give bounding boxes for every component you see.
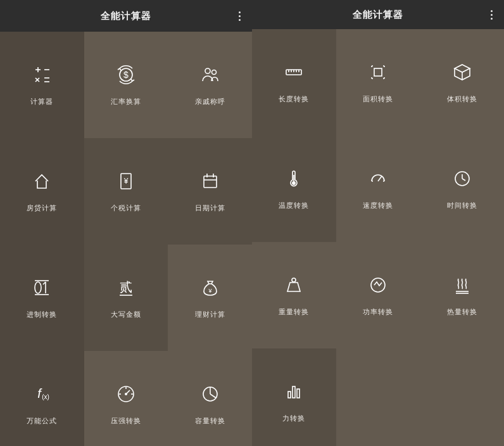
tile-speed[interactable]: 速度转换 — [336, 136, 420, 242]
tile-label: 力转换 — [282, 414, 305, 423]
tile-pressure[interactable]: 压强转换 — [84, 351, 168, 446]
currency-icon — [115, 64, 137, 86]
tile-relative[interactable]: 亲戚称呼 — [168, 32, 252, 138]
panel-right: 全能计算器 长度转换面积转换体积转换温度转换速度转换时间转换重量转换功率转换热量… — [252, 0, 504, 446]
moneybag-icon — [199, 277, 221, 298]
heat-icon — [451, 274, 473, 296]
empty-tile — [420, 348, 504, 446]
gauge-icon — [115, 383, 137, 405]
tile-label: 热量转换 — [447, 307, 477, 317]
tile-currency[interactable]: 汇率换算 — [84, 32, 168, 138]
tile-label: 速度转换 — [363, 201, 393, 210]
tile-label: 时间转换 — [447, 201, 477, 210]
tile-calculator[interactable]: 计算器 — [0, 32, 84, 138]
calc-icon — [31, 64, 53, 86]
ruler-icon — [283, 61, 305, 83]
thermo-icon — [283, 168, 305, 189]
calendar-icon — [199, 170, 221, 192]
more-menu-icon[interactable] — [233, 8, 246, 23]
tile-label: 大写金额 — [111, 310, 141, 319]
weight-icon — [283, 274, 305, 296]
binary-icon — [31, 277, 53, 298]
people-icon — [199, 64, 221, 86]
home-icon — [31, 170, 53, 192]
tile-volume-cap[interactable]: 容量转换 — [168, 351, 252, 446]
tile-label: 重量转换 — [279, 307, 309, 317]
app-title-left: 全能计算器 — [101, 10, 151, 22]
tile-label: 日期计算 — [195, 203, 225, 213]
doc-yen-icon — [115, 170, 137, 192]
tile-label: 体积转换 — [447, 94, 477, 104]
tile-radix[interactable]: 进制转换 — [0, 245, 84, 351]
tile-label: 温度转换 — [279, 201, 309, 210]
tile-label: 房贷计算 — [27, 203, 57, 213]
tile-power[interactable]: 功率转换 — [336, 242, 420, 348]
grid-left: 计算器汇率换算亲戚称呼房贷计算个税计算日期计算进制转换大写金额理财计算万能公式压… — [0, 32, 252, 446]
empty-tile — [336, 348, 420, 446]
power-icon — [367, 274, 389, 296]
tile-date[interactable]: 日期计算 — [168, 138, 252, 245]
clock-icon — [451, 168, 473, 189]
area-icon — [367, 61, 389, 83]
tile-volume[interactable]: 体积转换 — [420, 29, 504, 136]
tile-label: 亲戚称呼 — [195, 97, 225, 106]
pie-icon — [199, 383, 221, 405]
tile-label: 汇率换算 — [111, 97, 141, 106]
tile-label: 进制转换 — [27, 310, 57, 319]
panel-left: 全能计算器 计算器汇率换算亲戚称呼房贷计算个税计算日期计算进制转换大写金额理财计… — [0, 0, 252, 446]
speed-icon — [367, 168, 389, 189]
tile-label: 个税计算 — [111, 203, 141, 213]
tile-label: 理财计算 — [195, 310, 225, 319]
tile-formula[interactable]: 万能公式 — [0, 351, 84, 446]
tile-tax[interactable]: 个税计算 — [84, 138, 168, 245]
tile-upper[interactable]: 大写金额 — [84, 245, 168, 351]
tile-temperature[interactable]: 温度转换 — [252, 136, 336, 242]
grid-right: 长度转换面积转换体积转换温度转换速度转换时间转换重量转换功率转换热量转换力转换 — [252, 29, 504, 446]
fx-icon — [31, 383, 53, 405]
tile-label: 功率转换 — [363, 307, 393, 317]
tile-finance[interactable]: 理财计算 — [168, 245, 252, 351]
header-right: 全能计算器 — [252, 0, 504, 29]
tile-time[interactable]: 时间转换 — [420, 136, 504, 242]
tile-label: 面积转换 — [363, 94, 393, 104]
cn-num-icon — [115, 277, 137, 298]
tile-force[interactable]: 力转换 — [252, 348, 336, 446]
tile-label: 压强转换 — [111, 416, 141, 426]
header-left: 全能计算器 — [0, 0, 252, 32]
tile-heat[interactable]: 热量转换 — [420, 242, 504, 348]
tile-label: 万能公式 — [27, 416, 57, 426]
app-title-right: 全能计算器 — [353, 9, 403, 21]
bars-icon — [283, 381, 305, 402]
tile-length[interactable]: 长度转换 — [252, 29, 336, 136]
tile-label: 长度转换 — [279, 94, 309, 104]
tile-label: 容量转换 — [195, 416, 225, 426]
tile-weight[interactable]: 重量转换 — [252, 242, 336, 348]
tile-label: 计算器 — [30, 97, 53, 106]
cube-icon — [451, 61, 473, 83]
tile-area[interactable]: 面积转换 — [336, 29, 420, 136]
more-menu-icon[interactable] — [485, 7, 498, 22]
tile-mortgage[interactable]: 房贷计算 — [0, 138, 84, 245]
